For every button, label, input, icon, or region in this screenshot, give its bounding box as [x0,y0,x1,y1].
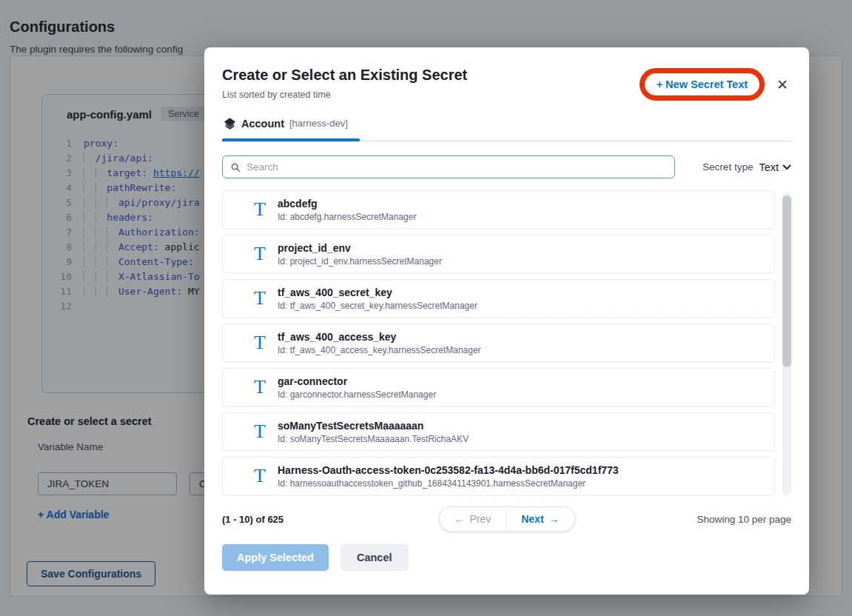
prev-label: Prev [469,513,491,525]
pagination-row: (1 - 10) of 625 ← Prev Next → Showing 10… [222,506,791,532]
secret-list-item[interactable]: T tf_aws_400_access_key Id: tf_aws_400_a… [222,324,775,362]
secret-id: Id: harnessoauthaccesstoken_github_16843… [278,478,619,489]
text-secret-icon: T [249,289,270,308]
active-tab-underline [222,138,360,141]
modal-title: Create or Select an Existing Secret [222,67,467,84]
annotation-highlight-ring: + New Secret Text [640,68,765,101]
modal-header: Create or Select an Existing Secret List… [222,67,791,101]
secret-id: Id: abcdefg.harnessSecretManager [278,212,416,222]
arrow-left-icon: ← [454,513,464,525]
secret-type-value: Text [759,161,779,173]
prev-page-button[interactable]: ← Prev [439,507,506,531]
secret-list-item[interactable]: T gar-connector Id: garconnector.harness… [222,368,775,406]
next-label: Next [521,513,543,525]
secret-list-item[interactable]: T tf_aws_400_secret_key Id: tf_aws_400_s… [222,279,775,318]
next-page-button[interactable]: Next → [506,507,574,531]
tab-account[interactable]: Account [harness-dev] [222,113,349,138]
secret-name: project_id_env [278,242,442,254]
arrow-right-icon: → [549,513,560,525]
pagination-range: (1 - 10) of 625 [222,514,284,525]
text-secret-icon: T [249,378,270,397]
layers-icon [224,117,236,130]
select-secret-modal: Create or Select an Existing Secret List… [204,47,809,595]
cancel-button[interactable]: Cancel [341,544,409,571]
chevron-down-icon [782,164,791,170]
secret-name: soManyTestSecretsMaaaaaan [278,420,469,432]
search-row: Secret type Text [222,155,791,178]
text-secret-icon: T [249,244,270,264]
secret-name: tf_aws_400_secret_key [278,287,477,298]
apply-selected-button[interactable]: Apply Selected [222,544,329,571]
pagination-pill: ← Prev Next → [438,506,574,532]
search-box[interactable] [222,155,675,178]
tab-account-label: Account [241,118,284,130]
text-secret-icon: T [249,333,270,352]
secret-list-item[interactable]: T project_id_env Id: project_id_env.harn… [222,235,775,273]
text-secret-icon: T [249,200,270,219]
secret-type-select[interactable]: Text [759,161,791,173]
new-secret-text-button[interactable]: + New Secret Text [652,76,752,93]
tab-account-scope: [harness-dev] [289,118,348,129]
secret-id: Id: tf_aws_400_access_key.harnessSecretM… [278,345,481,355]
secret-name: tf_aws_400_access_key [278,331,481,343]
secret-name: abcdefg [278,198,416,210]
text-secret-icon: T [249,466,270,486]
secret-type-label: Secret type [702,161,753,173]
text-secret-icon: T [249,422,270,441]
secret-name: Harness-Oauth-access-token-0c253582-fa13… [278,464,619,476]
scrollbar-thumb[interactable] [782,195,791,367]
secret-id: Id: project_id_env.harnessSecretManager [278,256,442,267]
secret-name: gar-connector [278,375,436,387]
close-icon[interactable]: ✕ [774,75,791,95]
secret-list-item[interactable]: T soManyTestSecretsMaaaaaan Id: soManyTe… [222,412,775,451]
secret-id: Id: garconnector.harnessSecretManager [278,389,436,400]
secret-id: Id: soManyTestSecretsMaaaaaan.TestRichaA… [278,434,469,444]
list-scrollbar[interactable] [782,192,791,495]
modal-subtitle: List sorted by created time [222,90,467,100]
secret-list: T abcdefg Id: abcdefg.harnessSecretManag… [222,190,791,497]
search-input[interactable] [246,161,667,173]
modal-footer: Apply Selected Cancel [222,544,791,571]
per-page-text: Showing 10 per page [697,514,791,525]
secret-id: Id: tf_aws_400_secret_key.harnessSecretM… [278,301,477,311]
scope-tabs: Account [harness-dev] [222,113,791,141]
secret-list-item[interactable]: T Harness-Oauth-access-token-0c253582-fa… [222,457,775,495]
search-icon [230,162,241,173]
secret-list-item[interactable]: T abcdefg Id: abcdefg.harnessSecretManag… [222,190,775,229]
